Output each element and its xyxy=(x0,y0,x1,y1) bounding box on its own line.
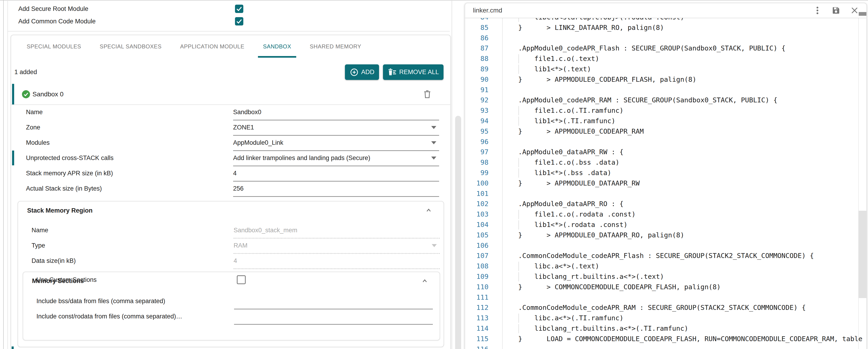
code-line: 101 xyxy=(465,188,866,199)
tab-application-module[interactable]: APPLICATION MODULE xyxy=(175,35,250,58)
code-line: 86 xyxy=(465,33,866,43)
line-number: 91 xyxy=(465,85,489,95)
field-select[interactable]: AppModule0_Link xyxy=(233,135,439,151)
toggle-row: Add Common Code Module xyxy=(0,16,452,27)
instance-accent-bar xyxy=(12,84,14,104)
remove-all-button[interactable]: REMOVE ALL xyxy=(383,64,443,80)
line-number: 90 xyxy=(465,74,489,85)
line-number: 104 xyxy=(465,219,489,230)
section-divider xyxy=(8,31,450,32)
tab-special-modules[interactable]: SPECIAL MODULES xyxy=(22,35,86,58)
add-button[interactable]: ADD xyxy=(345,64,379,80)
line-number: 93 xyxy=(465,105,489,116)
stack-memory-region-fields: NameSandbox0_stack_memTypeRAMData size(i… xyxy=(18,222,443,269)
toggle-label: Add Common Code Module xyxy=(18,18,96,25)
code-line: 95} > APPMODULE0_CODEAPR_RAM xyxy=(465,126,866,137)
code-line: 112.CommonCodeModule_codeAPR_RAM : SECUR… xyxy=(465,303,866,313)
code-area: 84 libc.a<startup.c.obj>(.rodata .const)… xyxy=(465,3,866,349)
line-number: 101 xyxy=(465,188,489,199)
code-line: 92.AppModule0_codeAPR_RAM : SECURE_GROUP… xyxy=(465,95,866,105)
field-row: Actual Stack size (in Bytes)256 xyxy=(11,181,450,196)
collapse-chevron-up-icon[interactable] xyxy=(425,206,433,214)
code-line: 103 file1.c.o(.rodata .const) xyxy=(465,209,866,219)
code-line: 111 xyxy=(465,292,866,303)
code-line: 113 libc.a<*>(.TI.ramfunc) xyxy=(465,313,866,323)
code-text: } > APPMODULE0_DATAAPR_RO, palign(8) xyxy=(518,230,684,240)
code-line: 87.AppModule0_codeAPR_Flash : SECURE_GRO… xyxy=(465,43,866,54)
checkbox-checked[interactable] xyxy=(235,5,243,13)
use-custom-sections-checkbox[interactable] xyxy=(237,275,246,284)
field-input[interactable]: 4 xyxy=(233,166,439,181)
close-icon[interactable] xyxy=(850,6,860,15)
left-pane-scrollbar-thumb[interactable] xyxy=(455,116,461,349)
code-text: libclang_rt.builtins.a<*>(.text) xyxy=(518,271,664,282)
field-label: Zone xyxy=(26,124,40,131)
line-number: 115 xyxy=(465,334,489,344)
line-number: 116 xyxy=(465,344,489,349)
code-text: } LOAD = COMMONCODEMODULE_CODEAPR_FLASH,… xyxy=(518,334,862,344)
code-line: 108 libc.a<*>(.text) xyxy=(465,261,866,271)
field-label: Unprotected cross-STACK calls xyxy=(26,154,114,162)
toggle-label: Add Secure Root Module xyxy=(18,5,88,12)
code-line: 110} > COMMONCODEMODULE_CODEAPR_FLASH, p… xyxy=(465,282,866,292)
field-label: Actual Stack size (in Bytes) xyxy=(26,185,102,192)
tab-special-sandboxes[interactable]: SPECIAL SANDBOXES xyxy=(95,35,167,58)
code-line: 115} LOAD = COMMONCODEMODULE_CODEAPR_FLA… xyxy=(465,334,866,344)
line-number: 103 xyxy=(465,209,489,219)
code-line: 105} > APPMODULE0_DATAAPR_RO, palign(8) xyxy=(465,230,866,240)
checkbox-checked[interactable] xyxy=(235,17,243,26)
sandbox-config-card: SPECIAL MODULESSPECIAL SANDBOXESAPPLICAT… xyxy=(11,35,451,349)
field-input[interactable]: 256 xyxy=(233,181,439,197)
editor-scrollbar-track xyxy=(858,18,859,349)
code-text: file1.c.o(.text) xyxy=(518,54,599,64)
field-input[interactable] xyxy=(234,293,433,309)
tab-shared-memory[interactable]: SHARED MEMORY xyxy=(305,35,366,58)
field-input: 4 xyxy=(234,253,440,269)
field-row: NameSandbox0_stack_mem xyxy=(18,222,443,238)
sandbox-instance-header[interactable]: Sandbox 0 xyxy=(11,84,450,105)
field-select[interactable]: ZONE1 xyxy=(233,120,439,136)
line-number: 109 xyxy=(465,271,489,282)
code-line: 99 lib1<*>(.bss .data) xyxy=(465,168,866,178)
code-editor-card: linker.cmd 84 libc.a<startup.c.obj>(.rod… xyxy=(465,3,867,349)
code-line: 96 xyxy=(465,137,866,147)
field-value: Sandbox0 xyxy=(233,109,261,116)
line-number: 111 xyxy=(465,292,489,303)
chevron-down-icon xyxy=(431,141,436,144)
kebab-menu-icon[interactable] xyxy=(812,6,822,15)
field-input[interactable]: Sandbox0 xyxy=(233,104,439,120)
editor-scrollbar-thumb[interactable] xyxy=(859,211,866,298)
field-input[interactable] xyxy=(234,309,433,325)
code-line: 107.CommonCodeModule_codeAPR_Flash : SEC… xyxy=(465,251,866,261)
line-number: 98 xyxy=(465,157,489,168)
delete-instance-button[interactable] xyxy=(422,89,433,100)
chevron-down-icon xyxy=(432,244,437,247)
code-text: .AppModule0_dataAPR_RO : { xyxy=(518,199,623,209)
delete-sweep-icon xyxy=(388,68,397,77)
field-value: Sandbox0_stack_mem xyxy=(234,227,298,234)
field-value: 4 xyxy=(233,170,237,177)
field-select: RAM xyxy=(234,238,440,254)
field-label: Stack memory APR size (in kB) xyxy=(26,170,113,177)
add-circle-icon xyxy=(349,68,359,77)
field-row: Data size(in kB)4 xyxy=(18,253,443,269)
tab-bar: SPECIAL MODULESSPECIAL SANDBOXESAPPLICAT… xyxy=(22,35,366,58)
left-pane-edge xyxy=(3,0,4,349)
code-text: file1.c.o(.TI.ramfunc) xyxy=(518,105,623,116)
toggle-row: Add Secure Root Module xyxy=(0,3,452,14)
line-number: 112 xyxy=(465,303,489,313)
field-select[interactable]: Add linker trampolines and landing pads … xyxy=(233,150,439,166)
code-line: 116 xyxy=(465,344,866,349)
list-actions: ADD REMOVE ALL xyxy=(345,64,443,80)
code-line: 88 file1.c.o(.text) xyxy=(465,54,866,64)
field-input: Sandbox0_stack_mem xyxy=(234,222,440,239)
add-button-label: ADD xyxy=(361,69,374,76)
line-number: 96 xyxy=(465,137,489,147)
line-number: 87 xyxy=(465,43,489,54)
field-value: RAM xyxy=(234,242,248,249)
code-line: 93 file1.c.o(.TI.ramfunc) xyxy=(465,105,866,116)
save-icon[interactable] xyxy=(831,6,841,15)
editor-scrollbar-top-thumb[interactable] xyxy=(859,12,866,16)
code-line: 85} > LINK2_DATAAPR_RO, palign(8) xyxy=(465,23,866,33)
tab-sandbox[interactable]: SANDBOX xyxy=(258,35,297,58)
